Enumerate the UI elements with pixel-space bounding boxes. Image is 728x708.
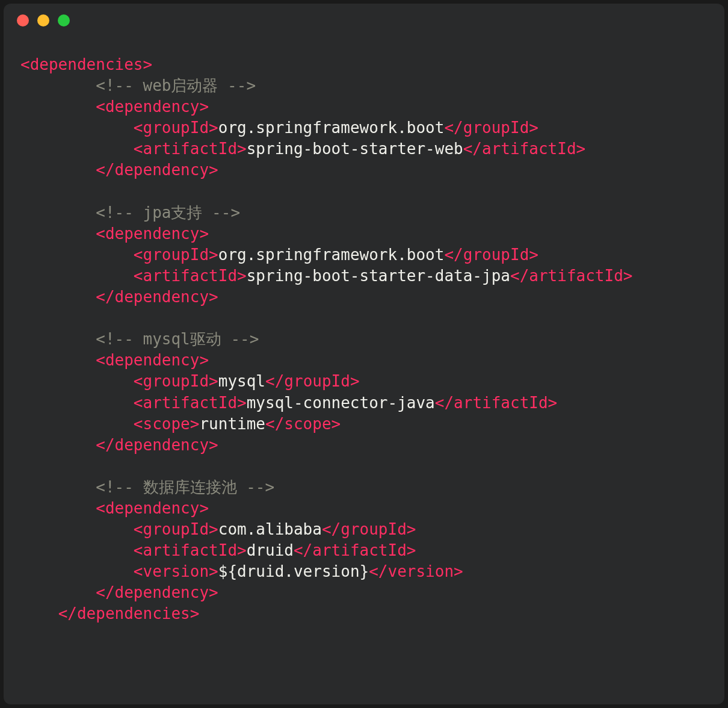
xml-comment: <!-- mysql驱动 --> bbox=[96, 330, 259, 348]
dependency-close-tag: </dependency> bbox=[96, 161, 218, 179]
minimize-icon[interactable] bbox=[37, 14, 49, 26]
xml-open-tag: <version> bbox=[134, 562, 218, 580]
xml-close-tag: </groupId> bbox=[265, 372, 360, 390]
xml-value: mysql bbox=[218, 372, 265, 390]
xml-comment: <!-- jpa支持 --> bbox=[96, 203, 240, 222]
dependency-open-tag: <dependency> bbox=[96, 98, 209, 116]
xml-close-tag: </artifactId> bbox=[463, 140, 586, 158]
code-content: <dependencies> <!-- web启动器 --> <dependen… bbox=[4, 37, 724, 642]
xml-open-tag: <artifactId> bbox=[134, 394, 247, 412]
xml-close-tag: </artifactId> bbox=[435, 394, 558, 412]
xml-open-tag: <groupId> bbox=[134, 246, 218, 264]
dependencies-close-tag: </dependencies> bbox=[58, 604, 200, 623]
window-titlebar bbox=[4, 4, 724, 37]
xml-value: spring-boot-starter-web bbox=[247, 140, 463, 158]
xml-close-tag: </groupId> bbox=[322, 520, 416, 538]
xml-open-tag: <scope> bbox=[134, 415, 200, 433]
xml-value: spring-boot-starter-data-jpa bbox=[247, 267, 510, 285]
dependency-open-tag: <dependency> bbox=[96, 499, 209, 517]
xml-close-tag: </groupId> bbox=[444, 119, 538, 137]
xml-close-tag: </version> bbox=[369, 562, 463, 580]
xml-open-tag: <artifactId> bbox=[134, 267, 247, 285]
maximize-icon[interactable] bbox=[58, 14, 70, 26]
xml-close-tag: </artifactId> bbox=[510, 267, 633, 285]
xml-value: mysql-connector-java bbox=[247, 394, 435, 412]
xml-value: ${druid.version} bbox=[218, 562, 369, 580]
dependency-open-tag: <dependency> bbox=[96, 351, 209, 369]
dependency-close-tag: </dependency> bbox=[96, 436, 218, 454]
xml-open-tag: <artifactId> bbox=[134, 140, 247, 158]
xml-comment: <!-- 数据库连接池 --> bbox=[96, 478, 274, 496]
xml-close-tag: </scope> bbox=[265, 415, 341, 433]
xml-open-tag: <groupId> bbox=[134, 119, 218, 137]
close-icon[interactable] bbox=[17, 14, 29, 26]
xml-value: druid bbox=[247, 541, 294, 559]
xml-value: runtime bbox=[199, 415, 265, 433]
code-window: <dependencies> <!-- web启动器 --> <dependen… bbox=[4, 4, 724, 704]
xml-open-tag: <groupId> bbox=[134, 520, 218, 538]
dependency-close-tag: </dependency> bbox=[96, 583, 218, 601]
dependency-open-tag: <dependency> bbox=[96, 225, 209, 243]
xml-value: org.springframework.boot bbox=[218, 119, 445, 137]
dependency-close-tag: </dependency> bbox=[96, 288, 218, 306]
xml-value: org.springframework.boot bbox=[218, 246, 445, 264]
dependencies-open-tag: <dependencies> bbox=[20, 55, 152, 73]
xml-open-tag: <artifactId> bbox=[134, 541, 247, 559]
xml-comment: <!-- web启动器 --> bbox=[96, 76, 256, 95]
xml-value: com.alibaba bbox=[218, 520, 322, 538]
xml-open-tag: <groupId> bbox=[134, 372, 218, 390]
xml-close-tag: </groupId> bbox=[444, 246, 538, 264]
xml-close-tag: </artifactId> bbox=[294, 541, 416, 559]
